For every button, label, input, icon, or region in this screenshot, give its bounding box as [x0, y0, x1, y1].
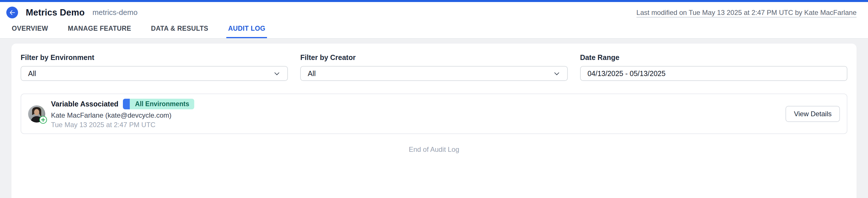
audit-log-page: Filter by Environment All Filter by Crea… — [0, 39, 868, 196]
creator-select[interactable]: All — [300, 66, 567, 81]
top-accent-bar — [0, 0, 868, 2]
back-arrow-icon — [9, 9, 16, 16]
created-plus-icon — [39, 116, 47, 124]
avatar — [28, 105, 45, 122]
date-range-value: 04/13/2025 - 05/13/2025 — [588, 69, 840, 78]
tab-data-results[interactable]: DATA & RESULTS — [149, 25, 210, 38]
tab-overview[interactable]: OVERVIEW — [10, 25, 50, 38]
feature-key: metrics-demo — [93, 8, 137, 17]
tab-audit-log[interactable]: AUDIT LOG — [226, 25, 267, 38]
environment-badge-label: All Environments — [130, 99, 194, 109]
end-of-audit-log-text: End of Audit Log — [21, 145, 847, 153]
view-details-button[interactable]: View Details — [785, 106, 840, 122]
back-button[interactable] — [6, 7, 18, 18]
entry-timestamp: Tue May 13 2025 at 2:47 PM UTC — [51, 121, 194, 129]
chevron-down-icon — [273, 70, 280, 77]
environment-badge-accent — [123, 99, 130, 109]
chevron-down-icon — [553, 70, 560, 77]
filter-creator-label: Filter by Creator — [300, 53, 567, 62]
filter-environment: Filter by Environment All — [21, 53, 288, 81]
environment-select[interactable]: All — [21, 66, 288, 81]
audit-log-entry: Variable Associated All Environments Kat… — [21, 93, 847, 134]
environment-select-value: All — [28, 69, 273, 78]
audit-filters: Filter by Environment All Filter by Crea… — [21, 53, 847, 81]
last-modified-text: Last modified on Tue May 13 2025 at 2:47… — [637, 9, 857, 17]
filter-date-range: Date Range 04/13/2025 - 05/13/2025 — [580, 53, 847, 81]
entry-user: Kate MacFarlane (kate@devcycle.com) — [51, 111, 194, 119]
feature-header: Metrics Demo metrics-demo Last modified … — [0, 2, 868, 39]
date-range-input[interactable]: 04/13/2025 - 05/13/2025 — [580, 66, 847, 81]
environment-badge: All Environments — [123, 99, 194, 109]
tab-manage-feature[interactable]: MANAGE FEATURE — [66, 25, 133, 38]
filter-creator: Filter by Creator All — [300, 53, 567, 81]
date-range-label: Date Range — [580, 53, 847, 62]
filter-environment-label: Filter by Environment — [21, 53, 288, 62]
entry-action-title: Variable Associated — [51, 100, 118, 108]
creator-select-value: All — [308, 69, 553, 78]
feature-tabs: OVERVIEW MANAGE FEATURE DATA & RESULTS A… — [10, 25, 857, 38]
page-title: Metrics Demo — [26, 7, 85, 18]
audit-log-panel: Filter by Environment All Filter by Crea… — [11, 44, 857, 198]
